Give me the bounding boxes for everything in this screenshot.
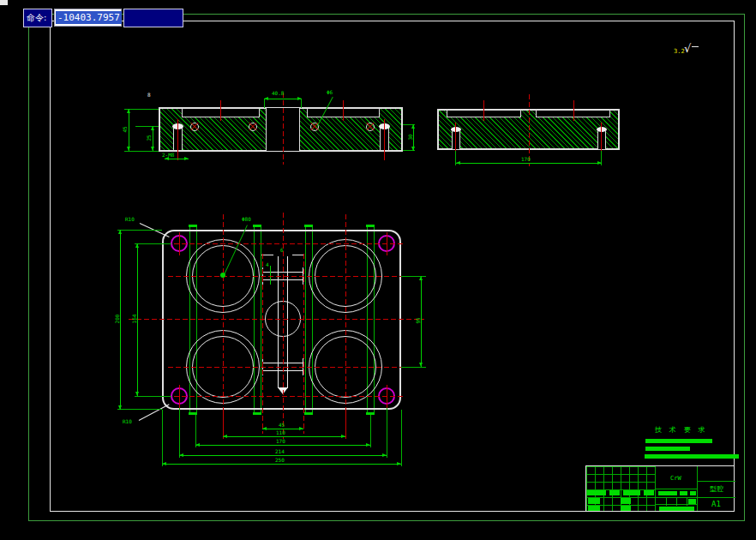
dimension-line bbox=[153, 126, 153, 151]
centerline bbox=[168, 367, 417, 368]
section2-pin-hole-right bbox=[597, 131, 606, 150]
title-block-text-bar bbox=[621, 498, 631, 504]
leader-text: R10 bbox=[125, 217, 135, 222]
surface-roughness-icon: √ bbox=[684, 43, 691, 54]
cooling-port-mark bbox=[304, 225, 313, 227]
centerline bbox=[345, 214, 346, 439]
title-block: CrW 型腔 A1 bbox=[585, 465, 735, 512]
dimension-text: 45 bbox=[279, 423, 285, 428]
centerline bbox=[166, 243, 403, 244]
title-block-middle: CrW bbox=[655, 466, 697, 511]
extension-line bbox=[124, 151, 159, 152]
cad-canvas[interactable]: 命令: -10403.7957 3.2 √ 45 25 8 40.8 Φ6 30… bbox=[0, 0, 756, 540]
leader-text: Φ6 bbox=[327, 90, 333, 95]
cooling-port-mark bbox=[253, 225, 261, 227]
dimension-line bbox=[413, 124, 414, 151]
dimension-text: 95 bbox=[416, 317, 421, 323]
sheet-size-cell: A1 bbox=[698, 498, 735, 511]
section1-threaded-hole bbox=[190, 123, 199, 131]
centerline bbox=[303, 254, 304, 434]
centerline bbox=[179, 232, 180, 255]
extension-line bbox=[401, 367, 426, 368]
dimension-line bbox=[264, 99, 302, 99]
dimension-text: 170 bbox=[521, 157, 531, 162]
title-block-cell-empty bbox=[698, 466, 735, 482]
material-cell: CrW bbox=[656, 466, 697, 489]
extension-line bbox=[301, 99, 302, 108]
centerline bbox=[223, 214, 224, 439]
centerline bbox=[283, 213, 284, 439]
command-label: 命令: bbox=[27, 13, 46, 23]
dimension-text: 214 bbox=[275, 449, 285, 454]
title-block-right: 型腔 A1 bbox=[697, 466, 735, 511]
dimension-text: 164 bbox=[132, 315, 137, 324]
window-corner-fragment bbox=[0, 0, 8, 5]
material-text: CrW bbox=[670, 476, 681, 481]
section2-pin-cap-left bbox=[451, 127, 461, 132]
part-name-cell: 型腔 bbox=[698, 482, 735, 498]
dimension-text: 40.8 bbox=[272, 91, 284, 96]
dimension-text: 250 bbox=[275, 458, 285, 463]
dimension-line bbox=[223, 436, 345, 437]
dimension-text: 30 bbox=[408, 134, 413, 140]
extension-line bbox=[117, 230, 162, 231]
runner-width-dim-line bbox=[261, 255, 273, 255]
dimension-text: 4 bbox=[266, 262, 269, 267]
dimension-line bbox=[129, 109, 129, 151]
dimension-text: 8 bbox=[147, 93, 151, 98]
command-input[interactable]: -10403.7957 bbox=[54, 9, 122, 27]
dimension-text: 2-M8 bbox=[162, 153, 174, 158]
section1-main-centerline bbox=[283, 93, 284, 165]
tech-requirements-title: 技 术 要 求 bbox=[655, 428, 706, 433]
leader-text: R10 bbox=[123, 419, 132, 424]
title-block-text-bar bbox=[644, 490, 654, 495]
dimension-line bbox=[165, 159, 189, 159]
section2-centerline bbox=[573, 100, 574, 121]
extension-line bbox=[117, 409, 162, 410]
section1-centerline bbox=[384, 119, 385, 160]
dimension-line bbox=[456, 163, 602, 164]
extension-line bbox=[370, 415, 371, 447]
section1-centerline bbox=[220, 100, 221, 121]
cooling-port-mark bbox=[366, 225, 375, 227]
centerline bbox=[166, 396, 403, 397]
extension-line bbox=[135, 396, 171, 397]
section1-threaded-hole bbox=[249, 123, 257, 131]
title-block-revision-grid bbox=[586, 466, 655, 511]
dimension-text: 110 bbox=[276, 430, 285, 435]
extension-line bbox=[135, 243, 171, 244]
title-block-text-bar bbox=[609, 490, 620, 495]
sheet-size-text: A1 bbox=[711, 501, 721, 507]
extension-line bbox=[179, 408, 180, 458]
dimension-line bbox=[270, 266, 271, 285]
title-block-text-bar bbox=[690, 491, 696, 495]
dimension-line bbox=[179, 455, 387, 456]
centerline bbox=[168, 276, 417, 277]
cooling-port-mark bbox=[189, 225, 197, 227]
title-block-text-bar bbox=[623, 490, 640, 495]
title-block-text-bar bbox=[588, 506, 600, 511]
surface-finish-value: 3.2 bbox=[674, 49, 685, 54]
grid-line bbox=[666, 498, 667, 506]
centerline bbox=[129, 319, 424, 320]
leader-text: Φ80 bbox=[242, 217, 251, 222]
section2-pin-hole-left bbox=[452, 131, 460, 150]
extension-line bbox=[401, 410, 402, 466]
title-block-text-bar bbox=[659, 507, 694, 511]
centerline bbox=[179, 385, 180, 408]
section1-threaded-hole bbox=[366, 123, 375, 131]
runner-width-dim-line bbox=[292, 255, 304, 255]
part-name-text: 型腔 bbox=[710, 487, 723, 492]
section1-centerline bbox=[177, 119, 178, 160]
title-block-text-bar bbox=[680, 491, 687, 495]
tech-requirements-line bbox=[645, 447, 690, 451]
extension-line bbox=[162, 410, 163, 466]
centerline bbox=[387, 232, 387, 255]
dimension-text: 45 bbox=[123, 126, 128, 132]
grid-line bbox=[687, 498, 687, 506]
title-block-text-bar bbox=[688, 499, 696, 504]
centerline bbox=[262, 254, 263, 434]
extension-line bbox=[135, 126, 159, 127]
surface-roughness-bar bbox=[692, 46, 699, 47]
command-bar-extension[interactable] bbox=[123, 9, 183, 27]
